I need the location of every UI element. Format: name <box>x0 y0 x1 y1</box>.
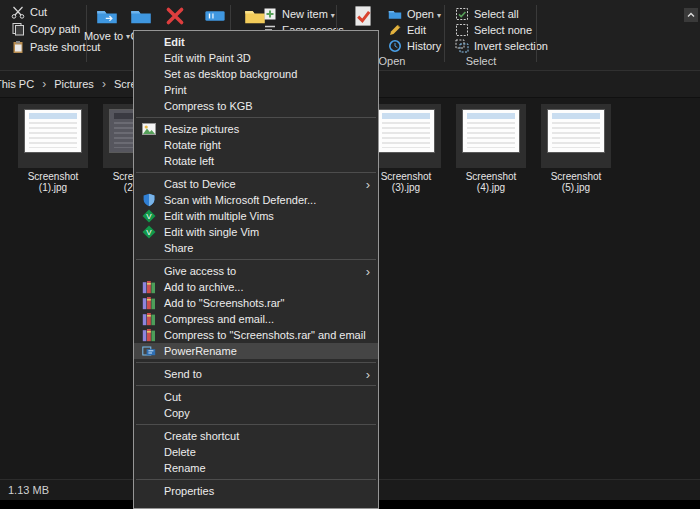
breadcrumb-this-pc[interactable]: This PC <box>0 78 36 90</box>
copy-path-button[interactable]: Copy path <box>8 21 83 36</box>
menu-item-print[interactable]: Print <box>134 82 378 98</box>
menu-item-label: Add to "Screenshots.rar" <box>164 297 284 309</box>
menu-item-compress-to-kgb[interactable]: Compress to KGB <box>134 98 378 114</box>
menu-icon-placeholder <box>142 67 156 81</box>
open-button[interactable]: Open <box>385 6 444 21</box>
menu-item-label: Cast to Device <box>164 178 236 190</box>
rename-button[interactable] <box>196 5 234 27</box>
select-all-label: Select all <box>474 8 519 20</box>
menu-item-edit-with-multiple-vims[interactable]: VEdit with multiple Vims <box>134 208 378 224</box>
pencil-icon <box>388 23 402 37</box>
menu-icon-placeholder <box>142 445 156 459</box>
menu-item-label: Scan with Microsoft Defender... <box>164 194 316 206</box>
new-item-label: New item <box>282 8 335 20</box>
file-tile[interactable] <box>371 104 441 168</box>
submenu-arrow-icon <box>366 265 370 278</box>
cut-label: Cut <box>30 6 47 18</box>
select-none-label: Select none <box>474 24 532 36</box>
cut-button[interactable]: Cut <box>8 4 50 19</box>
menu-item-share[interactable]: Share <box>134 240 378 256</box>
menu-item-properties[interactable]: Properties <box>134 483 378 499</box>
file-item[interactable]: Screenshot (4).jpg <box>456 104 526 193</box>
ribbon-group-select-label: Select <box>455 55 507 67</box>
file-name-label: Screenshot (1).jpg <box>18 171 88 193</box>
menu-item-label: Compress and email... <box>164 313 274 325</box>
menu-item-label: Rotate left <box>164 155 214 167</box>
menu-item-powerrename[interactable]: PowerRename <box>134 343 378 359</box>
menu-item-send-to[interactable]: Send to <box>134 366 378 382</box>
menu-icon-placeholder <box>142 390 156 404</box>
menu-item-label: Delete <box>164 446 196 458</box>
menu-separator <box>136 117 376 118</box>
menu-icon-placeholder <box>142 429 156 443</box>
new-item-button[interactable]: New item <box>260 6 338 21</box>
move-to-folder-icon <box>96 5 118 27</box>
menu-item-resize-pictures[interactable]: Resize pictures <box>134 121 378 137</box>
delete-button[interactable] <box>156 5 194 27</box>
file-thumbnail <box>25 110 81 152</box>
menu-item-create-shortcut[interactable]: Create shortcut <box>134 428 378 444</box>
menu-item-label: Compress to KGB <box>164 100 253 112</box>
menu-separator <box>136 362 376 363</box>
ribbon-divider <box>444 5 445 62</box>
menu-item-label: PowerRename <box>164 345 237 357</box>
menu-item-label: Cut <box>164 391 181 403</box>
open-folder-icon <box>388 7 402 21</box>
resize-icon <box>142 122 156 136</box>
menu-item-rename[interactable]: Rename <box>134 460 378 476</box>
select-none-icon <box>455 23 469 37</box>
ribbon-divider <box>536 5 537 62</box>
menu-item-give-access-to[interactable]: Give access to <box>134 263 378 279</box>
menu-item-set-as-desktop-background[interactable]: Set as desktop background <box>134 66 378 82</box>
properties-button[interactable] <box>344 5 382 27</box>
minimize-ribbon-button[interactable] <box>684 8 698 22</box>
menu-icon-placeholder <box>142 461 156 475</box>
rar-icon <box>142 280 156 294</box>
menu-item-add-to-screenshots-rar[interactable]: Add to "Screenshots.rar" <box>134 295 378 311</box>
menu-item-edit-with-single-vim[interactable]: VEdit with single Vim <box>134 224 378 240</box>
menu-item-copy[interactable]: Copy <box>134 405 378 421</box>
menu-item-rotate-right[interactable]: Rotate right <box>134 137 378 153</box>
history-icon <box>388 39 402 53</box>
menu-item-scan-with-microsoft-defender[interactable]: Scan with Microsoft Defender... <box>134 192 378 208</box>
menu-item-edit-with-paint-3d[interactable]: Edit with Paint 3D <box>134 50 378 66</box>
select-all-button[interactable]: Select all <box>452 6 522 21</box>
menu-separator <box>136 385 376 386</box>
file-tile[interactable] <box>456 104 526 168</box>
copy-path-icon <box>11 22 25 36</box>
select-none-button[interactable]: Select none <box>452 22 535 37</box>
menu-item-rotate-left[interactable]: Rotate left <box>134 153 378 169</box>
menu-item-compress-and-email[interactable]: Compress and email... <box>134 311 378 327</box>
move-to-button[interactable]: Move to <box>88 5 126 42</box>
breadcrumb-pictures[interactable]: Pictures <box>52 78 96 90</box>
svg-text:V: V <box>146 228 152 237</box>
context-menu: EditEdit with Paint 3DSet as desktop bac… <box>133 30 379 509</box>
menu-icon-placeholder <box>142 367 156 381</box>
menu-separator <box>136 259 376 260</box>
menu-icon-placeholder <box>142 99 156 113</box>
file-tile[interactable] <box>541 104 611 168</box>
menu-icon-placeholder <box>142 241 156 255</box>
menu-item-add-to-archive[interactable]: Add to archive... <box>134 279 378 295</box>
history-button[interactable]: History <box>385 38 444 53</box>
menu-item-cast-to-device[interactable]: Cast to Device <box>134 176 378 192</box>
file-thumbnail <box>463 110 519 152</box>
menu-item-edit[interactable]: Edit <box>134 34 378 50</box>
edit-button[interactable]: Edit <box>385 22 429 37</box>
rar-icon <box>142 296 156 310</box>
file-item[interactable]: Screenshot (3).jpg <box>371 104 441 193</box>
menu-item-label: Add to archive... <box>164 281 244 293</box>
open-label: Open <box>407 8 441 20</box>
menu-icon-placeholder <box>142 35 156 49</box>
file-name-label: Screenshot (3).jpg <box>371 171 441 193</box>
menu-item-cut[interactable]: Cut <box>134 389 378 405</box>
history-label: History <box>407 40 441 52</box>
menu-item-compress-to-screenshots-rar-and-email[interactable]: Compress to "Screenshots.rar" and email <box>134 327 378 343</box>
file-tile[interactable] <box>18 104 88 168</box>
properties-check-icon <box>352 5 374 27</box>
selection-size-text: 1.13 MB <box>8 484 49 496</box>
menu-item-delete[interactable]: Delete <box>134 444 378 460</box>
file-item[interactable]: Screenshot (5).jpg <box>541 104 611 193</box>
chevron-right-icon <box>36 77 52 91</box>
file-item[interactable]: Screenshot (1).jpg <box>18 104 88 193</box>
